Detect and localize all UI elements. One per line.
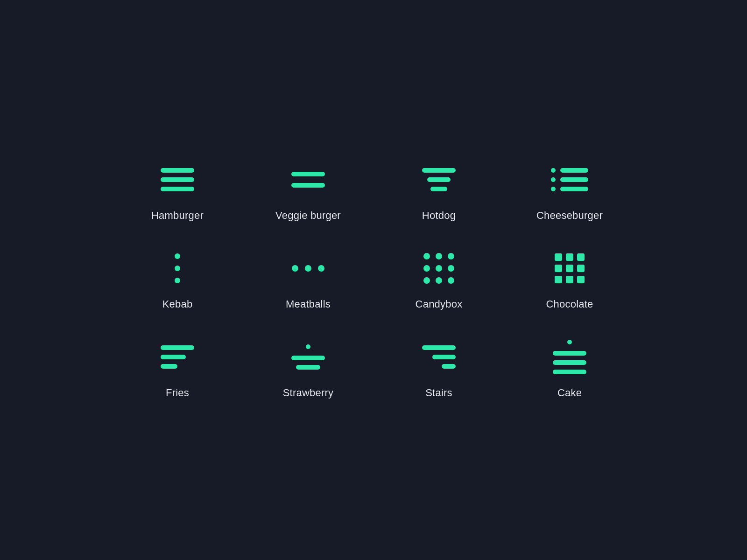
icon-card-fries[interactable]: Fries <box>131 338 224 399</box>
chocolate-icon <box>549 250 591 287</box>
candybox-icon <box>418 250 460 287</box>
veggie-label: Veggie burger <box>275 210 341 222</box>
cheeseburger-label: Cheeseburger <box>536 210 603 222</box>
candybox-label: Candybox <box>416 298 463 310</box>
fries-icon <box>156 338 198 376</box>
cheeseburger-icon <box>549 161 591 198</box>
icon-card-hotdog[interactable]: Hotdog <box>392 161 486 222</box>
stairs-label: Stairs <box>425 387 452 399</box>
hotdog-label: Hotdog <box>422 210 456 222</box>
kebab-label: Kebab <box>162 298 193 310</box>
icon-card-kebab[interactable]: Kebab <box>131 250 224 310</box>
strawberry-label: Strawberry <box>283 387 334 399</box>
hamburger-icon <box>156 161 198 198</box>
meatballs-icon <box>287 250 329 287</box>
meatballs-label: Meatballs <box>286 298 331 310</box>
hotdog-icon <box>418 161 460 198</box>
icon-card-cheeseburger[interactable]: Cheeseburger <box>523 161 616 222</box>
icon-card-strawberry[interactable]: Strawberry <box>261 338 355 399</box>
kebab-icon <box>156 250 198 287</box>
stairs-icon <box>418 338 460 376</box>
icon-card-cake[interactable]: Cake <box>523 338 616 399</box>
icon-card-meatballs[interactable]: Meatballs <box>261 250 355 310</box>
icon-grid: Hamburger Veggie burger Hotdog <box>131 161 616 399</box>
hamburger-label: Hamburger <box>151 210 204 222</box>
icon-card-hamburger[interactable]: Hamburger <box>131 161 224 222</box>
icon-card-chocolate[interactable]: Chocolate <box>523 250 616 310</box>
icon-card-stairs[interactable]: Stairs <box>392 338 486 399</box>
cake-label: Cake <box>557 387 582 399</box>
icon-card-veggie[interactable]: Veggie burger <box>261 161 355 222</box>
veggie-burger-icon <box>287 161 329 198</box>
cake-icon <box>549 338 591 376</box>
chocolate-label: Chocolate <box>546 298 593 310</box>
fries-label: Fries <box>166 387 189 399</box>
strawberry-icon <box>287 338 329 376</box>
icon-card-candybox[interactable]: Candybox <box>392 250 486 310</box>
